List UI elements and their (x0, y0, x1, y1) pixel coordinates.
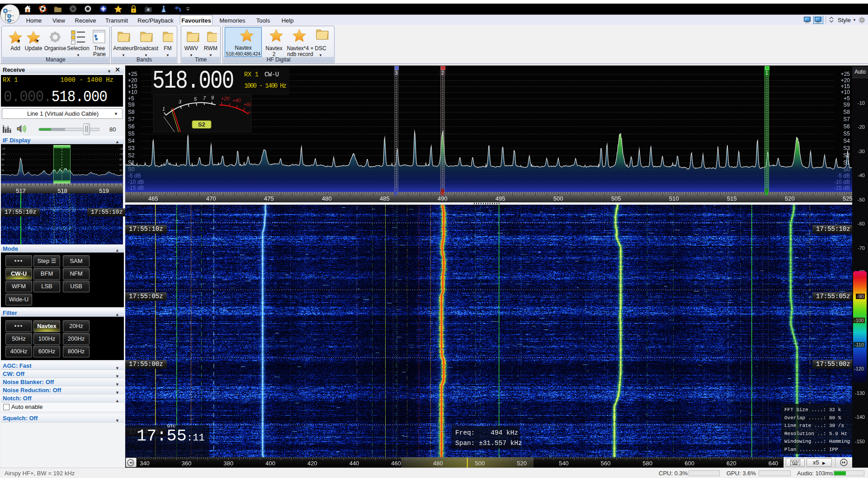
svg-text:+20: +20 (221, 96, 230, 101)
svg-text:+60: +60 (244, 102, 251, 107)
svg-text:S2: S2 (198, 121, 205, 128)
svg-text:7: 7 (203, 95, 206, 101)
svg-text:1: 1 (162, 106, 165, 112)
svg-text:5: 5 (194, 96, 197, 102)
svg-text:+40: +40 (232, 98, 241, 103)
svg-text:3: 3 (179, 99, 182, 104)
svg-text:9: 9 (211, 95, 214, 100)
